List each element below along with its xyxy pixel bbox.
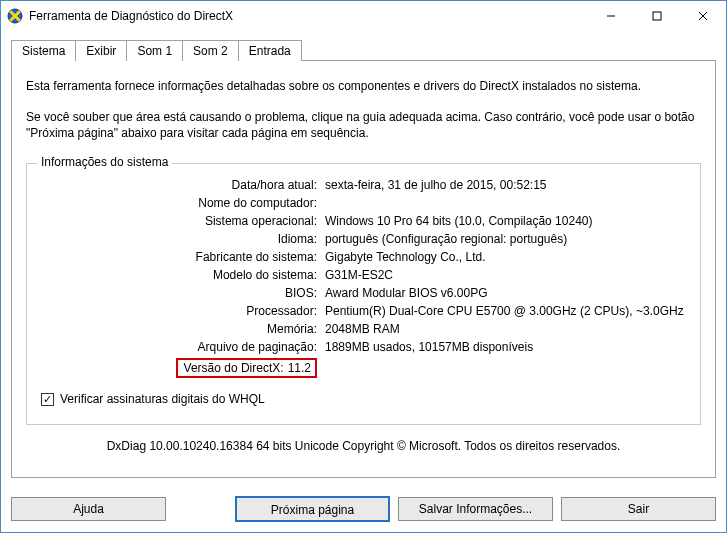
value-memory: 2048MB RAM <box>321 322 686 336</box>
whql-checkbox-row: ✓ Verificar assinaturas digitais do WHQL <box>41 392 686 406</box>
tab-entrada[interactable]: Entrada <box>238 40 302 61</box>
close-button[interactable] <box>680 1 726 31</box>
button-bar: Ajuda Próxima página Salvar Informações.… <box>1 488 726 532</box>
whql-label: Verificar assinaturas digitais do WHQL <box>60 392 265 406</box>
system-info-rows: Data/hora atual: sexta-feira, 31 de julh… <box>41 178 686 378</box>
window-title: Ferramenta de Diagnóstico do DirectX <box>29 9 233 23</box>
app-icon <box>7 8 23 24</box>
dxdiag-window: Ferramenta de Diagnóstico do DirectX Sis… <box>0 0 727 533</box>
value-cpu: Pentium(R) Dual-Core CPU E5700 @ 3.00GHz… <box>321 304 686 318</box>
label-cpu: Processador: <box>41 304 321 318</box>
highlight-directx-row: Versão do DirectX: 11.2 <box>176 358 317 378</box>
value-language: português (Configuração regional: portug… <box>321 232 686 246</box>
copyright-text: DxDiag 10.00.10240.16384 64 bits Unicode… <box>26 439 701 453</box>
intro-text-2: Se você souber que área está causando o … <box>26 109 701 141</box>
maximize-button[interactable] <box>634 1 680 31</box>
label-datetime: Data/hora atual: <box>41 178 321 192</box>
tab-som2[interactable]: Som 2 <box>182 40 239 61</box>
next-page-button[interactable]: Próxima página <box>235 496 390 522</box>
svg-rect-2 <box>653 12 661 20</box>
intro-text-1: Esta ferramenta fornece informações deta… <box>26 79 701 93</box>
value-os: Windows 10 Pro 64 bits (10.0, Compilação… <box>321 214 686 228</box>
save-info-button[interactable]: Salvar Informações... <box>398 497 553 521</box>
label-directx: Versão do DirectX: <box>184 361 288 375</box>
tab-som1[interactable]: Som 1 <box>126 40 183 61</box>
value-datetime: sexta-feira, 31 de julho de 2015, 00:52:… <box>321 178 686 192</box>
label-model: Modelo do sistema: <box>41 268 321 282</box>
value-bios: Award Modular BIOS v6.00PG <box>321 286 686 300</box>
label-os: Sistema operacional: <box>41 214 321 228</box>
system-info-group: Informações do sistema Data/hora atual: … <box>26 163 701 425</box>
minimize-button[interactable] <box>588 1 634 31</box>
content-area: Sistema Exibir Som 1 Som 2 Entrada Esta … <box>1 31 726 488</box>
tabstrip: Sistema Exibir Som 1 Som 2 Entrada <box>11 39 716 60</box>
tab-exibir[interactable]: Exibir <box>75 40 127 61</box>
label-manufacturer: Fabricante do sistema: <box>41 250 321 264</box>
label-language: Idioma: <box>41 232 321 246</box>
label-pagefile: Arquivo de paginação: <box>41 340 321 354</box>
value-directx: 11.2 <box>288 361 311 375</box>
value-pagefile: 1889MB usados, 10157MB disponíveis <box>321 340 686 354</box>
tab-panel-sistema: Esta ferramenta fornece informações deta… <box>11 60 716 478</box>
exit-button[interactable]: Sair <box>561 497 716 521</box>
value-model: G31M-ES2C <box>321 268 686 282</box>
label-bios: BIOS: <box>41 286 321 300</box>
tab-sistema[interactable]: Sistema <box>11 40 76 61</box>
label-computer: Nome do computador: <box>41 196 321 210</box>
label-memory: Memória: <box>41 322 321 336</box>
system-info-legend: Informações do sistema <box>37 155 172 169</box>
whql-checkbox[interactable]: ✓ <box>41 393 54 406</box>
help-button[interactable]: Ajuda <box>11 497 166 521</box>
titlebar: Ferramenta de Diagnóstico do DirectX <box>1 1 726 31</box>
value-manufacturer: Gigabyte Technology Co., Ltd. <box>321 250 686 264</box>
